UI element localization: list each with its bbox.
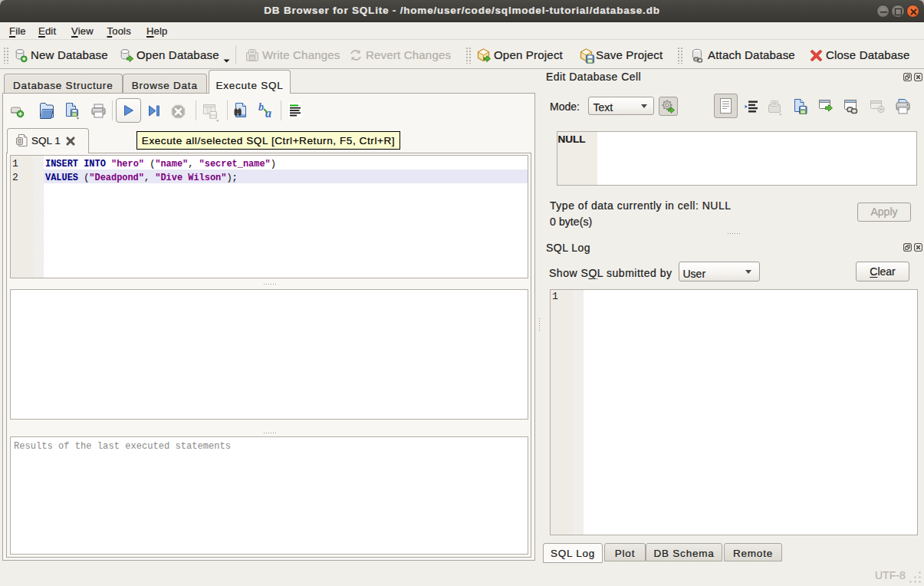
svg-text:b: b [258, 102, 264, 113]
